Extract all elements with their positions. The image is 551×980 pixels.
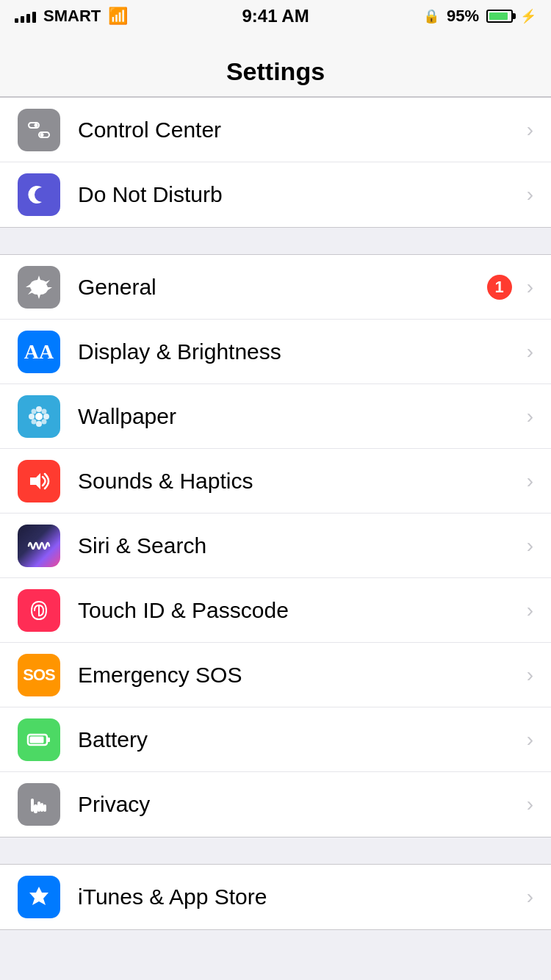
signal-bar-1: [15, 18, 18, 23]
siri-search-label: Siri & Search: [78, 533, 521, 558]
moon-icon: [26, 181, 52, 208]
siri-search-content: Siri & Search ›: [78, 533, 533, 558]
svg-point-1: [35, 123, 38, 127]
settings-group-1: Control Center › Do Not Disturb ›: [0, 97, 551, 228]
battery-settings-icon: [18, 718, 60, 761]
do-not-disturb-label: Do Not Disturb: [78, 182, 521, 207]
section-separator-2: [0, 837, 551, 864]
wallpaper-icon: [18, 395, 60, 438]
emergency-sos-icon: SOS: [18, 654, 60, 696]
svg-point-5: [35, 413, 43, 420]
settings-row-touch-id-passcode[interactable]: Touch ID & Passcode ›: [0, 578, 551, 643]
siri-icon: [18, 525, 60, 567]
chevron-icon: ›: [527, 469, 533, 493]
general-badge: 1: [487, 275, 512, 300]
nav-bar: Settings: [0, 32, 551, 97]
chevron-icon: ›: [527, 275, 533, 299]
settings-row-general[interactable]: General 1 ›: [0, 255, 551, 320]
general-icon: [18, 266, 60, 309]
gear-icon: [26, 274, 52, 300]
status-bar: SMART 📶 9:41 AM 🔒 95% ⚡: [0, 0, 551, 32]
settings-row-sounds-haptics[interactable]: Sounds & Haptics ›: [0, 449, 551, 514]
status-right: 🔒 95% ⚡: [423, 7, 536, 26]
settings-row-battery[interactable]: Battery ›: [0, 707, 551, 772]
wallpaper-content: Wallpaper ›: [78, 404, 533, 429]
display-brightness-content: Display & Brightness ›: [78, 339, 533, 364]
chevron-icon: ›: [527, 534, 533, 558]
chevron-icon: ›: [527, 663, 533, 687]
chevron-icon: ›: [527, 183, 533, 206]
siri-waveform-icon: [26, 533, 52, 559]
itunes-app-store-content: iTunes & App Store ›: [78, 884, 533, 909]
touch-id-label: Touch ID & Passcode: [78, 598, 521, 623]
toggles-icon: [26, 117, 52, 143]
chevron-icon: ›: [527, 599, 533, 622]
wallpaper-label: Wallpaper: [78, 404, 521, 429]
control-center-content: Control Center ›: [78, 118, 533, 143]
svg-point-9: [43, 414, 49, 419]
chevron-icon: ›: [527, 793, 533, 816]
signal-bar-4: [32, 12, 36, 23]
svg-point-3: [40, 133, 44, 137]
app-store-symbol-icon: [26, 884, 52, 910]
battery-fill: [489, 12, 508, 20]
svg-rect-17: [47, 738, 50, 742]
battery-icon: [486, 10, 513, 23]
display-brightness-icon: AA: [18, 331, 60, 373]
chevron-icon: ›: [527, 118, 533, 142]
privacy-content: Privacy ›: [78, 792, 533, 817]
svg-marker-14: [30, 473, 40, 489]
battery-symbol-icon: [26, 727, 52, 753]
battery-percent-label: 95%: [447, 7, 479, 26]
do-not-disturb-icon: [18, 173, 60, 216]
sos-text: SOS: [23, 666, 54, 685]
carrier-label: SMART: [43, 7, 101, 26]
flower-icon: [26, 403, 52, 430]
settings-row-emergency-sos[interactable]: SOS Emergency SOS ›: [0, 643, 551, 707]
chevron-icon: ›: [527, 405, 533, 428]
control-center-label: Control Center: [78, 118, 521, 143]
svg-point-13: [42, 419, 47, 424]
settings-row-privacy[interactable]: Privacy ›: [0, 772, 551, 837]
settings-group-3: iTunes & App Store ›: [0, 864, 551, 930]
orientation-lock-icon: 🔒: [423, 8, 439, 24]
settings-row-siri-search[interactable]: Siri & Search ›: [0, 514, 551, 578]
hand-icon: [26, 791, 52, 818]
control-center-icon: [18, 109, 60, 151]
sounds-haptics-icon: [18, 460, 60, 502]
privacy-label: Privacy: [78, 792, 521, 817]
sounds-haptics-content: Sounds & Haptics ›: [78, 469, 533, 494]
signal-bars: [15, 10, 36, 23]
settings-group-2: General 1 › AA Display & Brightness ›: [0, 254, 551, 837]
chevron-icon: ›: [527, 728, 533, 752]
svg-point-8: [29, 414, 35, 419]
status-left: SMART 📶: [15, 7, 128, 26]
svg-point-10: [32, 408, 37, 414]
battery-label: Battery: [78, 727, 521, 752]
signal-bar-3: [26, 14, 30, 23]
settings-row-wallpaper[interactable]: Wallpaper ›: [0, 384, 551, 449]
emergency-sos-label: Emergency SOS: [78, 663, 521, 688]
settings-row-do-not-disturb[interactable]: Do Not Disturb ›: [0, 162, 551, 227]
itunes-app-store-label: iTunes & App Store: [78, 884, 521, 909]
settings-row-display-brightness[interactable]: AA Display & Brightness ›: [0, 320, 551, 384]
general-content: General 1 ›: [78, 275, 533, 300]
sounds-haptics-label: Sounds & Haptics: [78, 469, 521, 494]
speaker-icon: [26, 468, 52, 494]
svg-rect-21: [43, 804, 46, 812]
settings-row-itunes-app-store[interactable]: iTunes & App Store ›: [0, 865, 551, 929]
svg-point-11: [42, 408, 47, 414]
touch-id-icon: [18, 589, 60, 632]
page-title: Settings: [226, 57, 325, 86]
do-not-disturb-content: Do Not Disturb ›: [78, 182, 533, 207]
settings-row-control-center[interactable]: Control Center ›: [0, 98, 551, 162]
svg-rect-16: [30, 736, 44, 743]
svg-rect-18: [34, 804, 37, 813]
section-separator-1: [0, 228, 551, 254]
svg-rect-23: [31, 799, 34, 806]
bottom-padding: [0, 930, 551, 959]
svg-rect-19: [37, 801, 40, 812]
general-label: General: [78, 275, 487, 300]
display-brightness-label: Display & Brightness: [78, 339, 521, 364]
chevron-icon: ›: [527, 340, 533, 364]
